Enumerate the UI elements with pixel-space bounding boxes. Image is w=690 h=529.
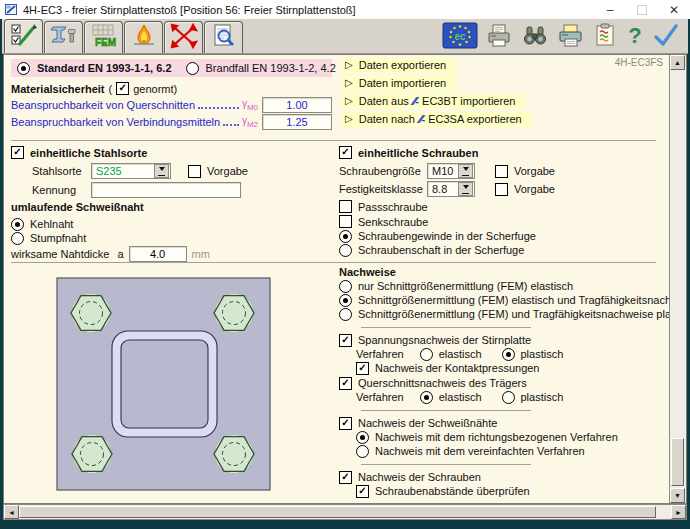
- close-button[interactable]: ✕: [658, 0, 690, 19]
- schweissnaehte-label[interactable]: Nachweis der Schweißnähte: [358, 417, 497, 429]
- print-button[interactable]: [557, 22, 584, 49]
- mode-fem-only-radio[interactable]: [339, 280, 352, 293]
- tab-fem[interactable]: FEM: [84, 21, 123, 53]
- schrauben-nachweis-label[interactable]: Nachweis der Schrauben: [358, 471, 481, 483]
- steel-vorgabe-checkbox[interactable]: [188, 165, 201, 178]
- kontaktpressungen-checkbox[interactable]: [356, 362, 369, 375]
- weld-thickness-input[interactable]: [129, 246, 187, 262]
- binoculars-button[interactable]: [521, 22, 549, 49]
- vereinfacht-radio[interactable]: [356, 445, 369, 458]
- bolt-size-dropdown[interactable]: M10: [427, 163, 475, 179]
- tab-cross-section[interactable]: [44, 21, 83, 53]
- richtungsbezogen-label[interactable]: Nachweis mit dem richtungsbezogenen Verf…: [375, 431, 618, 443]
- mode-elastic-radio[interactable]: [339, 294, 352, 307]
- horizontal-scrollbar[interactable]: ◄ ►: [3, 504, 687, 520]
- genormt-label[interactable]: genormt): [133, 83, 177, 95]
- chevron-down-icon[interactable]: [154, 164, 169, 178]
- stirnplatte-plastisch-radio[interactable]: [502, 348, 515, 361]
- kennung-label: Kennung: [32, 184, 91, 196]
- mode-plastic-radio[interactable]: [339, 308, 352, 321]
- radio-standard-label[interactable]: Standard EN 1993-1-1, 6.2: [37, 62, 172, 74]
- ec-standards-button[interactable]: ec: [442, 22, 478, 49]
- maximize-button[interactable]: [626, 0, 658, 19]
- stirnplatte-label[interactable]: Spannungsnachweis der Stirnplatte: [358, 334, 531, 346]
- radio-standard-en1993-1-1[interactable]: [17, 62, 30, 75]
- tab-document-view[interactable]: [204, 21, 243, 53]
- tab-input-options[interactable]: [4, 19, 43, 53]
- stirnplatte-checkbox[interactable]: [339, 334, 352, 347]
- schaft-scherfuge-radio[interactable]: [339, 244, 352, 257]
- traeger-label[interactable]: Querschnittsnachweis des Trägers: [358, 377, 527, 389]
- traeger-checkbox[interactable]: [339, 377, 352, 390]
- kennung-input[interactable]: [91, 182, 241, 198]
- minimize-button[interactable]: –: [594, 0, 626, 19]
- mode-elastic-label[interactable]: Schnittgrößenermittlung (FEM) elastisch …: [358, 294, 669, 306]
- tab-internal-forces[interactable]: [164, 21, 203, 53]
- bolt-size-vorgabe-label[interactable]: Vorgabe: [514, 165, 555, 177]
- passschraube-checkbox[interactable]: [339, 200, 352, 213]
- mode-plastic-label[interactable]: Schnittgrößenermittlung (FEM) und Tragfä…: [358, 308, 669, 320]
- confirm-button[interactable]: [652, 22, 680, 49]
- schweissnaehte-checkbox[interactable]: [339, 417, 352, 430]
- protocol-button[interactable]: [592, 22, 618, 49]
- scroll-left-icon[interactable]: ◄: [4, 505, 19, 519]
- vertical-scrollbar-thumb[interactable]: [671, 438, 684, 486]
- tab-fire-design[interactable]: [124, 21, 163, 53]
- vertical-scrollbar[interactable]: ▲ ▼: [669, 55, 686, 503]
- kehlnaht-radio[interactable]: [11, 218, 24, 231]
- gewinde-scherfuge-radio[interactable]: [339, 230, 352, 243]
- bolt-size-vorgabe-checkbox[interactable]: [495, 165, 508, 178]
- schaft-scherfuge-label[interactable]: Schraubenschaft in der Scherfuge: [358, 244, 524, 256]
- uniform-steel-label[interactable]: einheitliche Stahlsorte: [30, 147, 147, 159]
- 4h-logo-icon: ⁄⁄⁄-: [419, 113, 424, 125]
- stirnplatte-plastisch-label[interactable]: plastisch: [521, 348, 564, 360]
- vereinfacht-label[interactable]: Nachweis mit dem vereinfachten Verfahren: [375, 445, 585, 457]
- abstaende-checkbox[interactable]: [356, 485, 369, 498]
- gamma-m0-input[interactable]: [262, 97, 332, 113]
- abstaende-label[interactable]: Schraubenabstände überprüfen: [375, 485, 530, 497]
- scroll-up-icon[interactable]: ▲: [670, 55, 685, 70]
- stirnplatte-elastisch-label[interactable]: elastisch: [439, 348, 482, 360]
- bolt-class-vorgabe-checkbox[interactable]: [495, 183, 508, 196]
- traeger-plastisch-radio[interactable]: [502, 391, 515, 404]
- uniform-bolts-checkbox[interactable]: [339, 146, 352, 159]
- schrauben-nachweis-checkbox[interactable]: [339, 471, 352, 484]
- scroll-right-icon[interactable]: ►: [671, 505, 686, 519]
- kehlnaht-label[interactable]: Kehlnaht: [30, 218, 73, 230]
- senkschraube-checkbox[interactable]: [339, 215, 352, 228]
- traeger-plastisch-label[interactable]: plastisch: [521, 391, 564, 403]
- richtungsbezogen-radio[interactable]: [356, 431, 369, 444]
- chevron-down-icon[interactable]: [458, 164, 473, 178]
- bolt-class-vorgabe-label[interactable]: Vorgabe: [514, 183, 555, 195]
- senkschraube-label[interactable]: Senkschraube: [358, 216, 428, 228]
- steel-vorgabe-label[interactable]: Vorgabe: [207, 165, 248, 177]
- gewinde-scherfuge-label[interactable]: Schraubengewinde in der Scherfuge: [358, 230, 536, 242]
- stumpfnaht-radio[interactable]: [11, 232, 24, 245]
- gamma-m2-input[interactable]: [262, 114, 332, 130]
- passschraube-label[interactable]: Passschraube: [358, 201, 428, 213]
- uniform-bolts-label[interactable]: einheitliche Schrauben: [358, 147, 478, 159]
- export-data-link[interactable]: ▷ Daten exportieren: [342, 58, 456, 73]
- scroll-down-icon[interactable]: ▼: [670, 488, 685, 503]
- stirnplatte-elastisch-radio[interactable]: [420, 348, 433, 361]
- radio-brandfall-label[interactable]: Brandfall EN 1993-1-2, 4.2: [206, 62, 336, 74]
- export-ec3sa-link[interactable]: ▷ Daten nach ⁄⁄⁄- EC3SA exportieren: [342, 112, 532, 127]
- steel-grade-dropdown[interactable]: S235: [91, 163, 171, 179]
- print-preview-button[interactable]: [486, 22, 513, 49]
- stahlsorte-label: Stahlsorte: [32, 165, 91, 177]
- traeger-elastisch-radio[interactable]: [420, 391, 433, 404]
- genormt-checkbox[interactable]: [116, 82, 129, 95]
- mode-fem-only-label[interactable]: nur Schnittgrößenermittlung (FEM) elasti…: [358, 280, 573, 292]
- import-data-link[interactable]: ▷ Daten importieren: [342, 76, 456, 91]
- import-ec3bt-link[interactable]: ▷ Daten aus ⁄⁄⁄- EC3BT importieren: [342, 94, 525, 109]
- horizontal-scrollbar-thumb[interactable]: [19, 506, 656, 518]
- traeger-elastisch-label[interactable]: elastisch: [439, 391, 482, 403]
- kontaktpressungen-label[interactable]: Nachweis der Kontaktpressungen: [375, 362, 539, 374]
- stumpfnaht-label[interactable]: Stumpfnaht: [30, 232, 86, 244]
- uniform-steel-checkbox[interactable]: [11, 146, 24, 159]
- chevron-down-icon[interactable]: [458, 182, 473, 196]
- help-button[interactable]: ?: [626, 22, 644, 49]
- radio-brandfall-en1993-1-2[interactable]: [186, 62, 199, 75]
- material-safety-title: Materialsicherheit: [11, 83, 105, 95]
- bolt-class-dropdown[interactable]: 8.8: [427, 181, 475, 197]
